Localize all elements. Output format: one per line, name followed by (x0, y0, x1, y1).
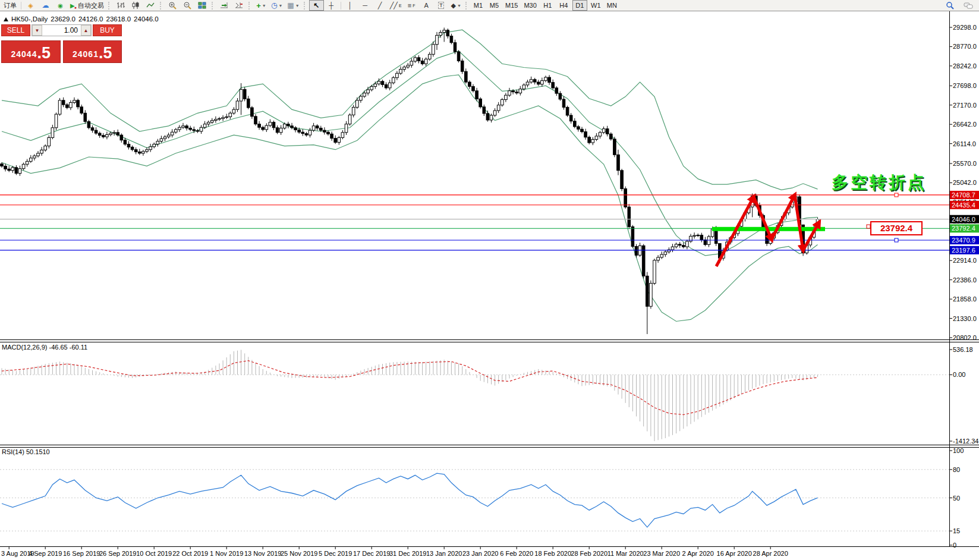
timeframe-button-H1[interactable]: H1 (540, 0, 555, 11)
periods-button[interactable]: ◷▼ (269, 0, 285, 11)
macd-label: MACD(12,26,9) -46.65 -60.11 (2, 344, 87, 351)
volume-decrease-button[interactable]: ▼ (32, 25, 42, 36)
timeframe-button-W1[interactable]: W1 (588, 0, 603, 11)
chart-shift-button[interactable] (232, 0, 247, 11)
price-tick-label: 20802.0 (953, 334, 977, 341)
timeframe-toolbar: M1M5M15M30H1H4D1W1MN (471, 0, 619, 11)
timeframe-button-M5[interactable]: M5 (487, 0, 502, 11)
volume-input[interactable]: 1.00 (42, 25, 81, 36)
crosshair-button[interactable]: ┼ (324, 0, 339, 11)
vertical-line-button[interactable]: │ (343, 0, 358, 11)
horizontal-line-icon: ─ (363, 2, 367, 9)
price-tick-label: 21330.0 (953, 315, 977, 322)
arrows-button[interactable]: ◆▼ (449, 0, 464, 11)
channel-icon: ╱╱ (390, 2, 398, 10)
market-button[interactable]: ◈ (23, 0, 38, 11)
indicators-button[interactable]: +▼ (254, 0, 269, 11)
text-button[interactable]: A (419, 0, 434, 11)
signals-button[interactable]: ◉ (53, 0, 68, 11)
timeframe-button-M1[interactable]: M1 (471, 0, 486, 11)
community-button[interactable]: ☁ (38, 0, 53, 11)
toolbar-grip (160, 2, 163, 10)
volume-control: ▼ 1.00 ▲ (32, 24, 92, 36)
rsi-indicator (2, 473, 818, 527)
turning-point-annotation[interactable]: 多空转折点 (832, 171, 927, 194)
trendline-icon: ╱ (378, 2, 382, 10)
buy-price-fraction: .5 (99, 45, 112, 61)
date-tick-label: 16 Apr 2020 (717, 550, 752, 557)
timeframe-button-M30[interactable]: M30 (521, 0, 539, 11)
volume-increase-button[interactable]: ▲ (81, 25, 91, 36)
timeframe-button-H4[interactable]: H4 (556, 0, 571, 11)
crosshair-icon: ┼ (329, 2, 333, 9)
separator (341, 2, 341, 10)
separator (21, 2, 21, 10)
macd-tick-label: -1412.34 (953, 438, 978, 445)
timeframe-button-MN[interactable]: MN (605, 0, 619, 11)
price-tick-label: 28242.0 (953, 62, 977, 70)
timeframe-button-M15[interactable]: M15 (503, 0, 520, 11)
trend-arrow (803, 222, 819, 250)
date-tick-label: 28 Feb 2020 (571, 550, 607, 557)
level-price-label: 24708.7 (952, 191, 975, 199)
sell-price-main: 24044 (11, 47, 37, 61)
line-chart-button[interactable] (143, 0, 158, 11)
sell-button[interactable]: SELL (1, 24, 30, 36)
periods-icon: ◷ (271, 1, 277, 10)
trendline-button[interactable]: ╱ (373, 0, 388, 11)
channel-button[interactable]: ╱╱E (388, 0, 404, 11)
price-tick-label: 25042.0 (953, 179, 977, 186)
cursor-button[interactable]: ↖ (309, 0, 324, 11)
toolbar-grip (304, 2, 307, 10)
horizontal-level-lines[interactable]: 24708.724435.424046.023792.423470.923197… (0, 191, 979, 254)
chart-title: HK50-,Daily 23629.0 24126.0 23618.0 2404… (4, 15, 159, 23)
tile-windows-button[interactable] (195, 0, 210, 11)
autotrade-button[interactable]: ▶● 自动交易 (68, 0, 106, 11)
text-icon: A (424, 2, 428, 9)
price-tick-label: 27698.0 (953, 82, 977, 89)
new-order-button[interactable]: 订单 (1, 0, 19, 11)
bar-chart-button[interactable] (114, 0, 128, 11)
horizontal-line-button[interactable]: ─ (358, 0, 373, 11)
price-tag-annotation[interactable]: 23792.4 (870, 221, 923, 235)
macd-tick-label: 536.18 (953, 346, 973, 353)
templates-button[interactable]: ▦▼ (285, 0, 301, 11)
label-button[interactable]: T (434, 0, 449, 11)
zoom-in-button[interactable] (165, 0, 180, 11)
zoom-out-button[interactable] (180, 0, 195, 11)
cursor-icon: ↖ (313, 1, 319, 10)
date-tick-label: 28 Apr 2020 (753, 550, 788, 557)
bollinger-upper-band (2, 30, 818, 190)
timeframe-button-D1[interactable]: D1 (572, 0, 587, 11)
date-tick-label: 10 Oct 2019 (136, 550, 172, 557)
buy-button[interactable]: BUY (93, 24, 122, 36)
rsi-name: RSI(14) (2, 448, 24, 455)
buy-price-box[interactable]: 24061 .5 (63, 40, 122, 63)
search-button[interactable] (942, 0, 957, 11)
candlestick-button[interactable] (128, 0, 143, 11)
community-icon: ☁ (42, 1, 49, 10)
search-icon (946, 2, 954, 10)
date-tick-label: 25 Nov 2019 (281, 550, 317, 557)
line-handle (895, 238, 898, 242)
toolbar: 订单 ◈ ☁ ◉ ▶● 自动交易 +▼ ◷▼ ▦▼ ↖ ┼ │ ─ ╱ ╱╱E … (0, 0, 979, 11)
market-icon: ◈ (28, 2, 33, 10)
rsi-tick-label: 0 (953, 542, 956, 549)
chat-button[interactable] (961, 0, 975, 11)
symbol-marker-icon (4, 17, 8, 21)
mt4-window: 29298.028770.028242.027698.027170.026642… (0, 0, 979, 560)
channel-sub-label: E (399, 4, 402, 8)
date-tick-label: 5 Dec 2019 (319, 550, 352, 557)
autotrade-dot-icon: ● (74, 5, 77, 10)
panel-borders (0, 11, 979, 547)
level-price-label: 23792.4 (952, 225, 975, 232)
macd-values: -46.65 -60.11 (49, 344, 87, 351)
chart-canvas[interactable]: 29298.028770.028242.027698.027170.026642… (0, 0, 979, 560)
sell-price-box[interactable]: 24044 .5 (1, 40, 61, 63)
zoom-out-icon (183, 2, 191, 10)
auto-scroll-button[interactable] (217, 0, 232, 11)
fibonacci-button[interactable]: ≡F (404, 0, 419, 11)
price-tick-label: 28770.0 (953, 43, 977, 50)
price-tick-label: 29298.0 (953, 24, 977, 31)
tile-windows-icon (198, 2, 206, 9)
